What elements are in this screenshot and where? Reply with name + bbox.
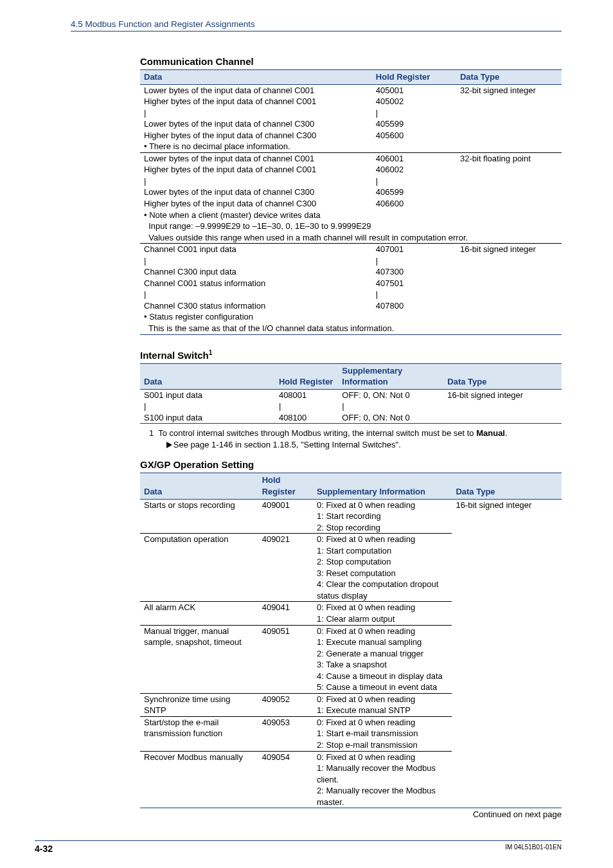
ellipsis-icon: | xyxy=(372,176,456,187)
cell: Manual trigger, manual sample, snapshot,… xyxy=(140,625,258,693)
cell: This is the same as that of the I/O chan… xyxy=(140,323,562,334)
cell: 407501 xyxy=(372,278,456,289)
cell: 408100 xyxy=(275,412,338,424)
cell: 406001 xyxy=(372,152,456,164)
cell: 409001 xyxy=(258,499,313,534)
cell: 409051 xyxy=(258,625,313,693)
cell: 409054 xyxy=(258,751,313,808)
footnote: 1 To control internal switches through M… xyxy=(159,428,562,450)
cell: Lower bytes of the input data of channel… xyxy=(140,118,372,130)
cell: 405002 xyxy=(372,96,456,107)
cell: Channel C001 input data xyxy=(140,244,372,255)
cell: Higher bytes of the input data of channe… xyxy=(140,198,372,210)
cell: Channel C001 status information xyxy=(140,278,372,289)
cell: Starts or stops recording xyxy=(140,499,258,534)
cell: 409041 xyxy=(258,602,313,625)
cell: Values outside this range when used in a… xyxy=(140,232,562,244)
ellipsis-icon: | xyxy=(338,401,443,412)
cell: 0: Fixed at 0 when reading1: Start compu… xyxy=(313,534,452,602)
cell: Higher bytes of the input data of channe… xyxy=(140,164,372,176)
comm-channel-title: Communication Channel xyxy=(140,56,562,67)
cell: S001 input data xyxy=(140,389,275,401)
gxgp-table: Data Hold Register Supplementary Informa… xyxy=(140,473,562,808)
cell: 0: Fixed at 0 when reading1: Clear alarm… xyxy=(313,602,452,625)
ellipsis-icon: | xyxy=(140,176,372,187)
cell: 405600 xyxy=(372,130,456,141)
continued-label: Continued on next page xyxy=(140,809,562,819)
col-data: Data xyxy=(140,363,275,389)
cell: 407001 xyxy=(372,244,456,255)
cell: 409053 xyxy=(258,716,313,751)
ellipsis-icon: | xyxy=(140,255,372,267)
page-number: 4-32 xyxy=(35,844,53,854)
cell: S100 input data xyxy=(140,412,275,424)
cell: Higher bytes of the input data of channe… xyxy=(140,130,372,141)
cell: 0: Fixed at 0 when reading1: Manually re… xyxy=(313,751,452,808)
cell: 0: Fixed at 0 when reading1: Start e-mai… xyxy=(313,716,452,751)
col-sup: Supplementary Information xyxy=(313,473,452,499)
ellipsis-icon: | xyxy=(275,401,338,412)
col-sup: Supplementary Information xyxy=(338,363,443,389)
cell: 0: Fixed at 0 when reading1: Start recor… xyxy=(313,499,452,534)
cell: Recover Modbus manually xyxy=(140,751,258,808)
doc-id: IM 04L51B01-01EN xyxy=(505,844,562,854)
col-type: Data Type xyxy=(456,70,562,85)
cell: Channel C300 input data xyxy=(140,266,372,278)
cell: 407800 xyxy=(372,300,456,312)
cell: 406002 xyxy=(372,164,456,176)
cell: Lower bytes of the input data of channel… xyxy=(140,186,372,198)
ellipsis-icon: | xyxy=(140,289,372,300)
cell: 407300 xyxy=(372,266,456,278)
ellipsis-icon: | xyxy=(140,107,372,119)
breadcrumb: 4.5 Modbus Function and Register Assignm… xyxy=(71,19,562,32)
cell: 16-bit signed integer xyxy=(456,244,562,255)
col-type: Data Type xyxy=(443,363,562,389)
cell: • Note when a client (master) device wri… xyxy=(140,210,562,221)
cell: 405001 xyxy=(372,84,456,96)
cell: Input range: –9.9999E29 to –1E–30, 0, 1E… xyxy=(140,221,562,232)
cell: 409021 xyxy=(258,534,313,602)
cell: 0: Fixed at 0 when reading1: Execute man… xyxy=(313,693,452,716)
cell: Channel C300 status information xyxy=(140,300,372,312)
ellipsis-icon: | xyxy=(140,401,275,412)
cell: • There is no decimal place information. xyxy=(140,141,562,152)
ellipsis-icon: | xyxy=(372,255,456,267)
cell: 32-bit floating point xyxy=(456,152,562,164)
cell: Lower bytes of the input data of channel… xyxy=(140,84,372,96)
triangle-icon xyxy=(166,442,172,448)
internal-switch-table: Data Hold Register Supplementary Informa… xyxy=(140,363,562,424)
col-data: Data xyxy=(140,70,372,85)
cell: OFF: 0, ON: Not 0 xyxy=(338,389,443,401)
cell: Computation operation xyxy=(140,534,258,602)
cell: 409052 xyxy=(258,693,313,716)
cell: 32-bit signed integer xyxy=(456,84,562,96)
page-footer: 4-32 IM 04L51B01-01EN xyxy=(0,840,613,854)
cell: OFF: 0, ON: Not 0 xyxy=(338,412,443,424)
cell: 0: Fixed at 0 when reading1: Execute man… xyxy=(313,625,452,693)
ellipsis-icon: | xyxy=(372,107,456,119)
col-reg: Hold Register xyxy=(372,70,456,85)
cell: • Status register configuration xyxy=(140,311,562,323)
cell: 16-bit signed integer xyxy=(443,389,562,401)
cell: Lower bytes of the input data of channel… xyxy=(140,152,372,164)
ellipsis-icon: | xyxy=(372,289,456,300)
cell: 16-bit signed integer xyxy=(452,499,562,534)
cell: 406600 xyxy=(372,198,456,210)
cell: Start/stop the e-mail transmission funct… xyxy=(140,716,258,751)
cell: Higher bytes of the input data of channe… xyxy=(140,96,372,107)
col-data: Data xyxy=(140,473,258,499)
comm-channel-table: Data Hold Register Data Type Lower bytes… xyxy=(140,69,562,335)
col-type: Data Type xyxy=(452,473,562,499)
internal-switch-title: Internal Switch1 xyxy=(140,349,562,361)
gxgp-title: GX/GP Operation Setting xyxy=(140,459,562,470)
cell: All alarm ACK xyxy=(140,602,258,625)
cell: 406599 xyxy=(372,186,456,198)
col-reg: Hold Register xyxy=(258,473,313,499)
cell: Synchronize time using SNTP xyxy=(140,693,258,716)
col-reg: Hold Register xyxy=(275,363,338,389)
cell: 408001 xyxy=(275,389,338,401)
cell: 405599 xyxy=(372,118,456,130)
